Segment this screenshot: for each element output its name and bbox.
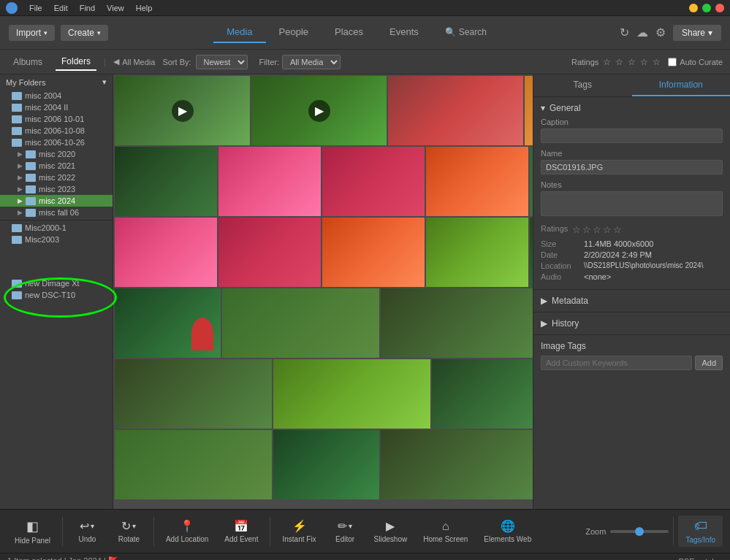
photo-thumb-4[interactable] [525,76,533,145]
tags-tab[interactable]: Tags [533,74,632,96]
sort-select[interactable]: Newest Oldest [196,55,248,69]
photo-thumb-24[interactable] [381,430,533,499]
import-button[interactable]: Import ▾ [9,25,55,41]
photo-thumb-15[interactable] [530,218,533,287]
tab-places[interactable]: Places [322,22,376,43]
minimize-button[interactable] [689,4,698,12]
tab-people[interactable]: People [266,22,322,43]
auto-curate-checkbox[interactable] [668,58,677,66]
my-folders-header[interactable]: My Folders ▾ [0,74,113,90]
menu-find[interactable]: Find [80,4,95,12]
rating-star-1-icon[interactable]: ☆ [572,224,581,235]
photo-thumb-14[interactable] [426,218,528,287]
history-section-header[interactable]: ▶ History [533,312,730,335]
star-4-icon[interactable]: ☆ [640,57,648,67]
maximize-button[interactable] [702,4,711,12]
photo-thumb-9[interactable] [426,147,528,216]
folder-misc2006-10-08[interactable]: misc 2006-10-08 [0,125,113,137]
caption-input[interactable] [541,129,723,143]
folders-tab[interactable]: Folders [56,53,96,71]
slideshow-button[interactable]: ▶ Slideshow [367,516,415,546]
rating-star-3-icon[interactable]: ☆ [593,224,601,235]
metadata-section-header[interactable]: ▶ Metadata [533,290,730,312]
editor-button[interactable]: ✏ ▾ Editor [325,516,365,546]
photo-thumb-2[interactable]: ▶ [251,76,387,145]
create-button[interactable]: Create ▾ [61,25,108,41]
notes-textarea[interactable] [541,191,723,216]
star-3-icon[interactable]: ☆ [628,57,636,67]
rotate-button[interactable]: ↻ ▾ Rotate [109,516,149,546]
photo-thumb-20[interactable] [273,359,430,429]
folder-new-dimage-xt[interactable]: new Dimage Xt [0,277,113,289]
folder-misc2000-1[interactable]: Misc2000-1 [0,222,113,234]
menu-edit[interactable]: Edit [54,4,68,12]
undo-button[interactable]: ↩ ▾ Undo [67,516,107,546]
refresh-button[interactable]: ↻ [620,26,629,39]
menu-file[interactable]: File [29,4,42,12]
rotate-dropdown-icon: ▾ [132,522,136,530]
folder-new-dsc-t10[interactable]: new DSC-T10 [0,289,113,301]
close-button[interactable] [715,4,724,12]
folder-misc200610-01[interactable]: misc 2006 10-01 [0,113,113,125]
folder-misc2004[interactable]: misc 2004 [0,90,113,101]
photo-thumb-11[interactable] [115,218,217,287]
photo-thumb-13[interactable] [322,218,425,287]
add-location-button[interactable]: 📍 Add Location [159,516,216,546]
general-header[interactable]: ▾ General [541,103,723,113]
photo-thumb-8[interactable] [322,147,425,216]
folder-misc2023[interactable]: ▶ misc 2023 [0,183,113,195]
photo-thumb-19[interactable] [115,359,272,429]
tab-events[interactable]: Events [376,22,432,43]
photo-thumb-21[interactable] [432,359,533,429]
name-input[interactable] [541,160,723,174]
photo-thumb-16[interactable] [115,288,221,358]
photo-thumb-17[interactable] [222,288,379,358]
custom-keywords-input[interactable] [541,356,692,370]
folder-misc2004ii[interactable]: misc 2004 II [0,101,113,113]
photo-thumb-22[interactable] [115,430,272,499]
search-button[interactable]: 🔍 Search [432,22,500,43]
menu-help[interactable]: Help [136,4,153,12]
photo-thumb-7[interactable] [218,147,321,216]
rating-star-4-icon[interactable]: ☆ [603,224,612,235]
photo-thumb-1[interactable]: ▶ [115,76,250,145]
tab-media[interactable]: Media [213,22,265,43]
folder-misc2022[interactable]: ▶ misc 2022 [0,172,113,183]
hide-panel-button[interactable]: ◧ Hide Panel [7,515,58,548]
settings-button[interactable]: ⚙ [655,26,666,39]
rating-star-5-icon[interactable]: ☆ [613,224,622,235]
top-nav: Import ▾ Create ▾ Media People Places Ev… [0,16,730,50]
photo-thumb-6[interactable] [115,147,217,216]
star-2-icon[interactable]: ☆ [615,57,623,67]
photo-thumb-18[interactable] [381,288,533,358]
folder-misc2024[interactable]: ▶ misc 2024 [0,195,113,207]
zoom-slider[interactable] [610,530,669,533]
home-screen-button[interactable]: ⌂ Home Screen [416,517,475,546]
tags-info-button[interactable]: 🏷 Tags/Info [678,515,723,547]
add-event-button[interactable]: 📅 Add Event [217,516,265,546]
folder-misc2006-10-26[interactable]: misc 2006-10-26 [0,137,113,148]
photo-thumb-23[interactable] [273,430,379,499]
folder-misc2020[interactable]: ▶ misc 2020 [0,148,113,160]
albums-tab[interactable]: Albums [7,54,48,70]
share-button[interactable]: Share ▾ [673,25,721,41]
information-tab[interactable]: Information [632,74,731,96]
all-media-back-button[interactable]: ◀ All Media [113,57,155,66]
photo-thumb-10[interactable] [530,147,533,216]
instant-fix-button[interactable]: ⚡ Instant Fix [275,516,323,546]
cloud-button[interactable]: ☁ [636,26,648,39]
star-5-icon[interactable]: ☆ [653,57,661,67]
photo-thumb-3[interactable] [388,76,523,145]
folder-misc2021[interactable]: ▶ misc 2021 [0,160,113,172]
folder-misc2003[interactable]: Misc2003 [0,234,113,245]
add-keyword-button[interactable]: Add [695,356,723,370]
menu-view[interactable]: View [107,4,124,12]
rating-star-2-icon[interactable]: ☆ [582,224,591,235]
elements-web-button[interactable]: 🌐 Elements Web [476,516,539,546]
filter-select[interactable]: All Media Photos Videos [282,55,341,69]
photo-thumb-12[interactable] [218,218,321,287]
star-1-icon[interactable]: ☆ [603,57,611,67]
photo-row-6 [115,430,531,499]
folder-misc-fall-06[interactable]: ▶ misc fall 06 [0,207,113,218]
menu-bar: File Edit Find View Help [0,0,730,16]
